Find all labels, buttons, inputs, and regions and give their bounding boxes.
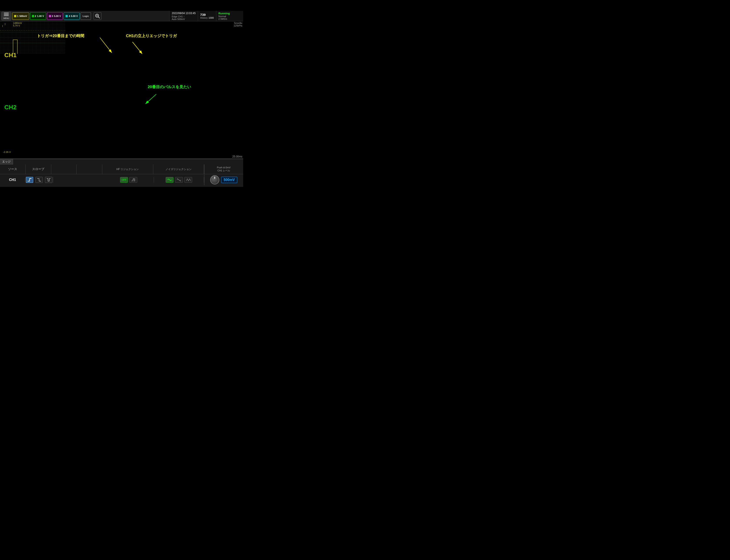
svg-marker-77 bbox=[30, 178, 32, 179]
trigger-info: Edge CH1 ↑ bbox=[172, 15, 185, 18]
hf-on-btn[interactable] bbox=[129, 177, 137, 183]
trigger-indicator: ↕ bbox=[4, 22, 6, 26]
slope-rising-btn[interactable] bbox=[26, 177, 33, 183]
running-status: Running bbox=[219, 12, 230, 15]
hf-cell[interactable]: HF リジェクション bbox=[102, 164, 153, 174]
ch1-number: 1 bbox=[17, 15, 18, 17]
bottom-menu-row2: CH1 bbox=[0, 174, 243, 186]
hf-value-cell[interactable]: OFF bbox=[104, 177, 154, 183]
svg-line-1 bbox=[98, 17, 100, 18]
level-panel: Push ⊘:0mV CH1 レベル bbox=[204, 164, 243, 174]
bottom-menu-row1: ソース スロープ HF リジェクション ノイズリジェクション Push ⊘:0m… bbox=[0, 164, 243, 174]
datetime-section: 2022/08/04 13:03:45 Edge CH1 ↑ Auto 500m… bbox=[169, 11, 198, 21]
ch1-button[interactable]: 1 500mV bbox=[12, 12, 29, 20]
empty-cell2 bbox=[77, 164, 102, 174]
svg-line-81 bbox=[177, 178, 181, 181]
svg-line-74 bbox=[133, 42, 142, 54]
trigger-level: I bbox=[2, 25, 3, 27]
ch1-value: 500mV bbox=[19, 15, 27, 17]
slope-cell[interactable]: スロープ bbox=[26, 164, 51, 174]
source-cell[interactable]: ソース bbox=[0, 164, 26, 174]
time-per-div: 5ms/div bbox=[234, 22, 242, 24]
ch1-source-value: CH1 bbox=[9, 178, 16, 182]
level-knob-area: 500mV bbox=[204, 174, 243, 185]
count-section: 739 History 1000 bbox=[198, 11, 216, 21]
bottom-scale: -2.26 V bbox=[3, 151, 11, 153]
annotation2-arrow bbox=[130, 41, 148, 56]
svg-line-72 bbox=[100, 38, 112, 53]
mode-label: Normal bbox=[219, 15, 230, 18]
noise-zigzag-btn[interactable] bbox=[184, 177, 192, 183]
status-section: Running Normal 2.5MS/s bbox=[216, 11, 232, 21]
noise-sine-btn[interactable] bbox=[166, 177, 174, 183]
grid: ≡ ≡ bbox=[0, 21, 65, 54]
ch4-value: 5.00 V bbox=[71, 15, 78, 17]
zoom-button[interactable] bbox=[94, 12, 101, 20]
annotation1-arrow bbox=[93, 36, 119, 58]
menu-label: MENU bbox=[3, 17, 9, 19]
annotation3-arrow bbox=[143, 93, 165, 106]
bottom-menu-title: エッジ bbox=[0, 159, 13, 164]
svg-marker-78 bbox=[40, 181, 41, 182]
time-scale: 25.00ms bbox=[232, 155, 242, 158]
datetime: 2022/08/04 13:03:45 bbox=[172, 12, 196, 15]
bottom-menu: エッジ ソース スロープ HF リジェクション ノイズリジェクション Push … bbox=[0, 159, 243, 187]
logic-button[interactable]: Logic bbox=[81, 12, 91, 20]
history-value: 1000 bbox=[209, 17, 214, 19]
noise-label: ノイズリジェクション bbox=[166, 167, 192, 171]
slope-falling-btn[interactable] bbox=[35, 177, 43, 183]
noise-off-btn[interactable] bbox=[175, 177, 183, 183]
v-scale: 5.74 V bbox=[13, 24, 22, 27]
auto-info: Auto 500mV bbox=[172, 18, 196, 20]
slope-label: スロープ bbox=[32, 167, 44, 171]
source-value[interactable]: CH1 bbox=[0, 178, 25, 182]
hf-off-btn[interactable]: OFF bbox=[120, 177, 128, 183]
ch4-button[interactable]: 4 5.00 V bbox=[64, 12, 80, 20]
level-knob[interactable] bbox=[210, 175, 219, 184]
ch1-label: CH1 bbox=[4, 52, 17, 59]
history-label: History bbox=[200, 17, 208, 19]
info-panel: 2022/08/04 13:03:45 Edge CH1 ↑ Auto 500m… bbox=[169, 11, 243, 21]
logic-label: Logic bbox=[83, 15, 89, 17]
mv-scale: 1480mV bbox=[13, 22, 22, 24]
trigger-count: 739 bbox=[200, 13, 214, 17]
push-label: Push ⊘:0mV bbox=[217, 166, 231, 169]
ch3-button[interactable]: 3 5.00 V bbox=[47, 12, 63, 20]
hf-label: HF リジェクション bbox=[116, 167, 139, 171]
ch3-number: 3 bbox=[52, 15, 53, 17]
scale-top-left: 1480mV 5.74 V bbox=[13, 22, 22, 27]
time-div-label: 5ms/div 125kPts bbox=[234, 22, 242, 27]
scope-area: ≡ ≡ 1480mV 5.74 V ↕ I CH1 CH2 -2.26 V 25… bbox=[0, 21, 243, 159]
source-label: ソース bbox=[8, 167, 17, 171]
annotation-20th-pulse: 20番目のパルスを見たい bbox=[148, 84, 191, 89]
ch3-value: 5.00 V bbox=[54, 15, 61, 17]
noise-value-cell[interactable] bbox=[154, 177, 204, 183]
svg-line-76 bbox=[146, 94, 156, 104]
menu-button[interactable]: MENU bbox=[1, 12, 11, 20]
annotation-ch1-trigger: CH1の立上りエッジでトリガ bbox=[126, 33, 177, 38]
noise-cell[interactable]: ノイズリジェクション bbox=[153, 164, 204, 174]
empty-cell1 bbox=[51, 164, 77, 174]
slope-buttons bbox=[25, 177, 53, 183]
slope-both-btn[interactable] bbox=[45, 177, 52, 183]
ch1-level-label: CH1 レベル bbox=[217, 169, 230, 172]
ch2-number: 2 bbox=[35, 15, 36, 17]
pts-label: 125kPts bbox=[234, 24, 242, 27]
sample-rate: 2.5MS/s bbox=[219, 18, 230, 20]
ch2-value: 1.00 V bbox=[37, 15, 44, 17]
ch4-number: 4 bbox=[69, 15, 70, 17]
ch2-button[interactable]: 2 1.00 V bbox=[30, 12, 46, 20]
ch2-label: CH2 bbox=[4, 104, 17, 111]
level-value: 500mV bbox=[221, 177, 238, 183]
